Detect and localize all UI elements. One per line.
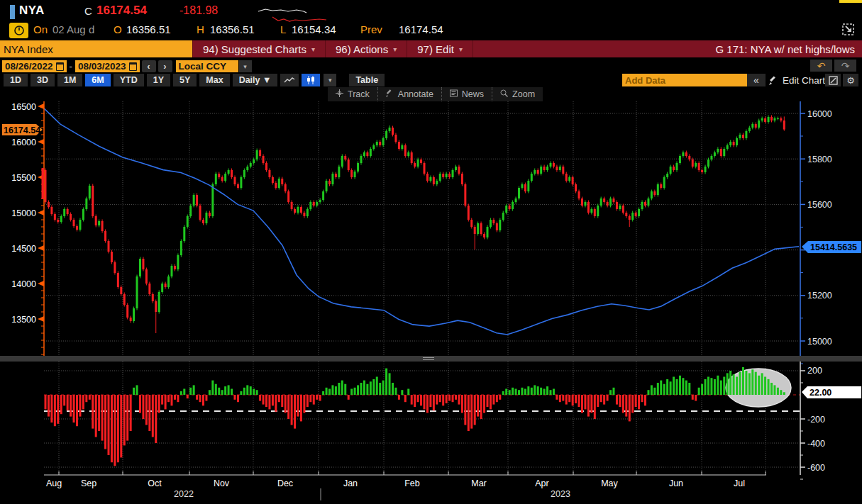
net-highs-lows-bars	[45, 367, 785, 466]
month-label: Feb	[404, 478, 420, 488]
month-label: Oct	[148, 478, 162, 488]
left-axis-label: 14000	[11, 279, 36, 289]
left-axis-tick-arrow	[38, 139, 44, 145]
month-label: Apr	[535, 478, 548, 488]
month-label: May	[601, 478, 618, 488]
right-axis-label: 15600	[807, 200, 832, 210]
lower-axis-label: -200	[807, 415, 825, 425]
bloomberg-chart-window: { "header": { "ticker": "NYA", "close_la…	[0, 0, 862, 504]
year-label: 2022	[174, 489, 194, 499]
right-axis-label: 15800	[807, 155, 832, 164]
axis-session-range-bar	[42, 168, 45, 199]
month-label: Mar	[471, 478, 487, 488]
left-axis-tick-arrow	[38, 210, 44, 215]
left-axis-label: 15500	[11, 173, 36, 183]
panel-divider	[0, 356, 862, 362]
month-label: Jun	[669, 478, 683, 488]
month-label: Aug	[46, 478, 62, 488]
lower-axis-label: -600	[807, 463, 825, 473]
chart-canvas[interactable]: 1650016000155001500014500140001350016174…	[0, 0, 862, 504]
month-label: Nov	[214, 478, 230, 488]
lower-axis-label: -400	[807, 439, 825, 449]
left-axis-tick-arrow	[38, 281, 44, 286]
net-last-value-text: 22.00	[809, 388, 831, 398]
left-axis-tick-arrow	[38, 316, 44, 322]
month-label: Sep	[81, 478, 96, 488]
ma-value-tag-text: 15414.5635	[810, 242, 857, 252]
left-axis-label: 15000	[11, 208, 36, 218]
right-axis-label: 15000	[807, 337, 832, 347]
right-axis-label: 15200	[807, 291, 832, 301]
lower-axis-label: 200	[807, 366, 822, 376]
right-axis-label: 16000	[807, 109, 832, 119]
month-label: Dec	[277, 478, 293, 488]
left-axis-tick-arrow	[38, 103, 44, 109]
month-label: Jul	[734, 478, 745, 488]
last-price-tag-value: 16174.54	[4, 125, 40, 135]
month-label: Jan	[343, 478, 358, 488]
left-axis-label: 16000	[11, 138, 36, 147]
candlestick-series	[45, 116, 785, 334]
left-axis-label: 16500	[11, 102, 36, 112]
moving-average-line	[44, 108, 799, 335]
year-label: 2023	[551, 489, 570, 499]
left-axis-label: 14500	[11, 244, 36, 254]
left-axis-label: 13500	[11, 315, 36, 325]
left-axis-tick-arrow	[38, 245, 44, 251]
